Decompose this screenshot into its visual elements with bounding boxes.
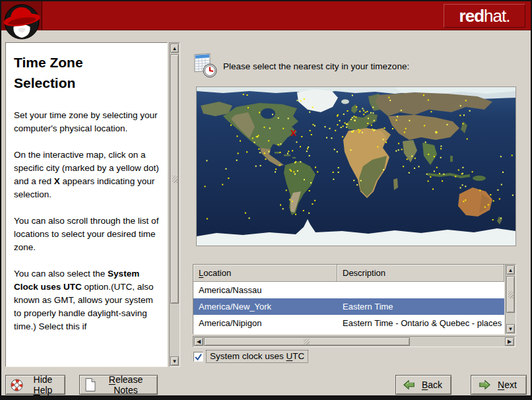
instruction-text: Please select the nearest city in your t… <box>223 61 409 71</box>
table-scrollbar-thumb[interactable] <box>506 276 515 313</box>
world-map-image[interactable]: X <box>197 87 515 246</box>
checkmark-icon <box>194 352 203 361</box>
timezone-row[interactable]: America/New_YorkEastern Time <box>193 298 504 315</box>
top-banner: redhat. <box>1 1 531 30</box>
scroll-down-icon[interactable]: ▼ <box>170 356 179 366</box>
next-button[interactable]: Next <box>471 375 527 395</box>
timezone-row[interactable]: America/NipigonEastern Time - Ontario & … <box>193 315 504 331</box>
brand-bold: red <box>459 6 484 26</box>
scroll-down-icon[interactable]: ▼ <box>506 324 515 333</box>
redhat-shadowman-icon <box>3 3 41 40</box>
column-header-description[interactable]: Description <box>337 265 504 282</box>
hide-help-label: Hide Help <box>26 374 65 395</box>
next-label: Next <box>494 380 526 390</box>
back-label: Back <box>418 380 451 390</box>
next-arrow-icon <box>478 379 491 391</box>
installer-window: redhat. Time Zone Selection Set your tim… <box>0 0 532 400</box>
document-icon <box>84 378 97 392</box>
table-header: Location Description <box>193 265 504 282</box>
table-hscrollbar-thumb[interactable] <box>204 337 410 346</box>
window-bottom-edge <box>1 395 531 399</box>
selected-city-marker: X <box>290 128 296 138</box>
scroll-right-icon[interactable]: ▶ <box>505 337 514 346</box>
redhat-wordmark: redhat. <box>444 4 525 28</box>
hide-help-button[interactable]: Hide Help <box>5 375 65 395</box>
help-scrollbar[interactable]: ▲ ▼ <box>169 42 180 367</box>
utc-checkbox[interactable] <box>193 352 203 362</box>
scroll-left-icon[interactable]: ◀ <box>194 337 203 346</box>
help-scrollbar-thumb[interactable] <box>170 54 179 304</box>
scroll-up-icon[interactable]: ▲ <box>170 44 179 53</box>
utc-checkbox-label[interactable]: System clock uses UTC <box>206 350 308 363</box>
timezone-map[interactable]: X <box>196 86 516 246</box>
column-header-location[interactable]: Location <box>193 265 337 282</box>
table-horizontal-scrollbar[interactable]: ◀ ▶ <box>193 336 515 347</box>
table-vertical-scrollbar[interactable]: ▲ ▼ <box>505 264 516 335</box>
help-text: Set your time zone by selecting your com… <box>14 109 159 333</box>
help-title: Time Zone Selection <box>14 52 129 93</box>
release-notes-button[interactable]: Release Notes <box>79 375 158 395</box>
scroll-up-icon[interactable]: ▲ <box>506 265 515 275</box>
release-notes-label: Release Notes <box>100 374 157 395</box>
brand-rest: hat. <box>484 6 510 26</box>
help-panel: Time Zone Selection Set your time zone b… <box>5 42 168 367</box>
back-arrow-icon <box>403 379 416 391</box>
timezone-row[interactable]: America/Nassau <box>193 282 504 298</box>
calendar-clock-icon <box>193 53 218 79</box>
timezone-list[interactable]: Location Description America/NassauAmeri… <box>193 264 505 335</box>
back-button[interactable]: Back <box>395 375 451 395</box>
lifebuoy-icon <box>10 378 24 392</box>
